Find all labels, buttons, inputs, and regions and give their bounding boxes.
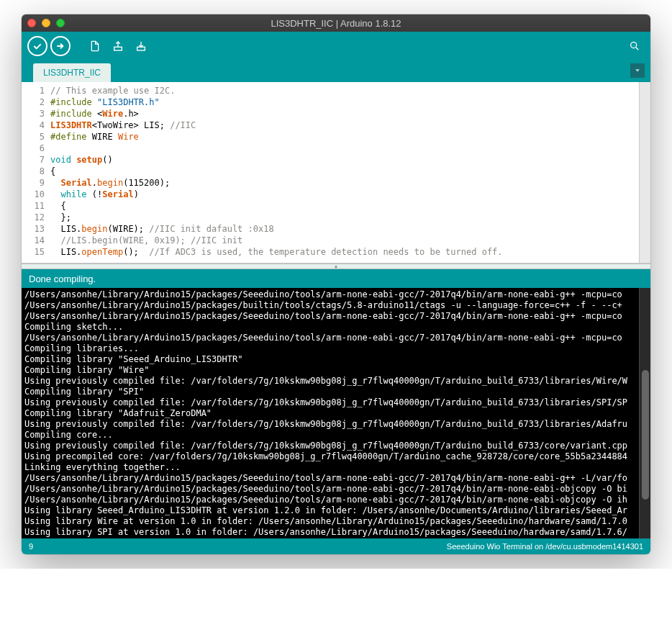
svg-line-6: [636, 48, 638, 50]
code-editor[interactable]: 123456789101112131415 // This example us…: [22, 82, 650, 263]
output-console[interactable]: /Users/ansonhe/Library/Arduino15/package…: [22, 288, 650, 538]
toolbar: .-: [22, 32, 650, 60]
app-window: LIS3DHTR_IIC | Arduino 1.8.12 .-: [22, 14, 650, 554]
chevron-down-icon: [634, 67, 641, 74]
editor-scrollbar[interactable]: [639, 82, 650, 263]
open-sketch-button[interactable]: [108, 36, 128, 56]
grip-icon: ●: [335, 263, 338, 270]
save-sketch-button[interactable]: [131, 36, 151, 56]
scrollbar-thumb[interactable]: [642, 370, 649, 500]
maximize-window-button[interactable]: [56, 19, 65, 27]
serial-monitor-button[interactable]: .-: [625, 36, 645, 56]
footer-bar: 9 Seeeduino Wio Terminal on /dev/cu.usbm…: [22, 538, 650, 554]
window-title: LIS3DHTR_IIC | Arduino 1.8.12: [22, 18, 650, 29]
status-bar: Done compiling.: [22, 269, 650, 288]
cursor-line-indicator: 9: [29, 542, 33, 551]
pane-splitter[interactable]: ●: [22, 263, 650, 269]
titlebar: LIS3DHTR_IIC | Arduino 1.8.12: [22, 14, 650, 32]
verify-button[interactable]: [27, 36, 47, 56]
arrow-up-icon: [112, 40, 124, 52]
console-scrollbar[interactable]: [639, 288, 650, 538]
file-icon: [89, 40, 101, 52]
line-number-gutter: 123456789101112131415: [22, 82, 50, 263]
tab-bar: LIS3DHTR_IIC: [22, 60, 650, 82]
arrow-down-icon: [135, 40, 147, 52]
code-area[interactable]: // This example use I2C.#include "LIS3DH…: [50, 82, 639, 263]
console-text: /Users/ansonhe/Library/Arduino15/package…: [22, 288, 639, 538]
arrow-right-icon: [55, 40, 66, 52]
svg-text:.-: .-: [632, 43, 635, 48]
close-window-button[interactable]: [27, 19, 36, 27]
upload-button[interactable]: [50, 36, 71, 56]
check-icon: [32, 40, 43, 52]
new-sketch-button[interactable]: [85, 36, 105, 56]
svg-marker-8: [635, 69, 640, 71]
board-port-indicator: Seeeduino Wio Terminal on /dev/cu.usbmod…: [447, 542, 643, 551]
magnifier-icon: .-: [629, 40, 640, 52]
tab-menu-button[interactable]: [630, 63, 645, 78]
status-message: Done compiling.: [29, 274, 96, 284]
minimize-window-button[interactable]: [42, 19, 50, 27]
tab-sketch[interactable]: LIS3DHTR_IIC: [33, 63, 111, 82]
window-controls: [27, 19, 65, 27]
svg-rect-1: [114, 47, 122, 50]
